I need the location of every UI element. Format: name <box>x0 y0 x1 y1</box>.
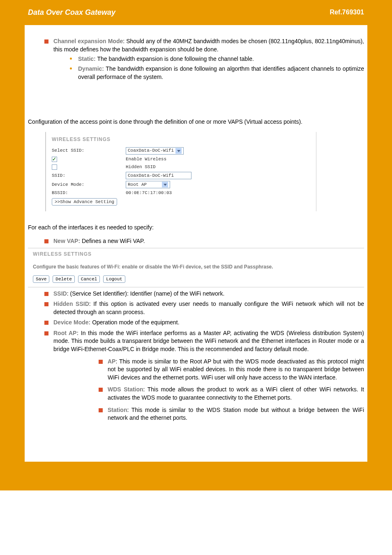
device-mode-field-label: Device Mode: <box>52 182 126 188</box>
item-new-vap: New VAP: Defines a new WiFi VAP. <box>44 237 364 245</box>
ssid-def-label: SSID <box>53 290 67 297</box>
device-mode-def-text: Operation mode of the equipment. <box>90 319 179 326</box>
dynamic-label: Dynamic: <box>78 65 104 72</box>
hidden-ssid-def-label: Hidden SSID <box>53 301 89 307</box>
device-mode-def-label: Device Mode: <box>53 319 90 326</box>
item-ssid-def: SSID: (Service Set Identifier): Identifi… <box>44 290 364 298</box>
ap-def-text: : This mode is similar to the Root AP bu… <box>108 358 364 381</box>
bssid-field-label: BSSID: <box>52 190 126 196</box>
item-station-def: Station: This mode is similar to the WDS… <box>99 406 364 422</box>
panel1-title: WIRELESS SETTINGS <box>52 136 310 143</box>
logout-button[interactable]: Logout <box>103 275 125 283</box>
page-accent <box>367 128 392 135</box>
delete-button[interactable]: Delete <box>53 275 75 283</box>
header-ref: Ref.769301 <box>330 8 364 17</box>
hidden-ssid-label: Hidden SSID <box>126 164 156 170</box>
device-mode-value: Root AP <box>128 182 147 188</box>
select-ssid-value: CoaxData-DoC-Wifi <box>128 148 174 154</box>
item-dynamic: Dynamic: The bandwidth expansion is done… <box>70 65 364 81</box>
static-text: The bandwidth expansion is done followin… <box>96 56 254 62</box>
hidden-ssid-checkbox[interactable] <box>52 164 57 170</box>
item-static: Static: The bandwidth expansion is done … <box>70 55 364 63</box>
new-vap-label: New VAP: <box>53 238 80 244</box>
panel2-desc: Configure the basic features of Wi-Fi: e… <box>33 264 359 271</box>
new-vap-text: Defines a new WiFi VAP. <box>80 238 145 244</box>
wireless-settings-panel-1: WIRELESS SETTINGS Select SSID: CoaxData-… <box>45 132 316 211</box>
interfaces-paragraph: For each of the interfaces it es needed … <box>28 224 364 232</box>
save-button[interactable]: Save <box>33 275 49 283</box>
channel-expansion-label: Channel expansion Mode <box>53 38 123 44</box>
station-def-text: : This mode is similar to the WDS Statio… <box>108 407 364 421</box>
static-label: Static: <box>78 56 96 62</box>
enable-wireless-label: Enable Wireless <box>126 156 166 162</box>
chevron-down-icon <box>162 182 168 187</box>
item-root-ap-def: Root AP: In this mode the WiFi interface… <box>44 329 364 422</box>
item-hidden-ssid-def: Hidden SSID: If this option is activated… <box>44 300 364 316</box>
hidden-ssid-def-text: : If this option is activated every user… <box>53 301 364 315</box>
ssid-input[interactable]: CoaxData-DoC-Wifi <box>126 172 191 179</box>
ap-def-label: AP <box>108 358 115 365</box>
device-mode-dropdown[interactable]: Root AP <box>126 181 170 188</box>
item-wds-def: WDS Station: This mode allows the produc… <box>99 386 364 402</box>
root-ap-def-text: In this mode the WiFi interface performs… <box>53 330 364 352</box>
wireless-settings-panel-2: WIRELESS SETTINGS Configure the basic fe… <box>28 248 364 287</box>
item-channel-expansion: Channel expansion Mode: Should any of th… <box>44 37 364 81</box>
header-bar: Data Over Coax Gateway Ref.769301 <box>0 0 392 25</box>
select-ssid-label: Select SSID: <box>52 148 126 154</box>
show-advance-button[interactable]: >>Show Advance Setting <box>52 198 117 206</box>
chevron-down-icon <box>175 148 182 154</box>
wds-def-text: : This mode allows the product to work a… <box>108 386 364 401</box>
header-title: Data Over Coax Gateway <box>28 7 115 18</box>
item-ap-def: AP: This mode is similar to the Root AP … <box>99 358 364 382</box>
item-device-mode-def: Device Mode: Operation mode of the equip… <box>44 319 364 327</box>
ssid-def-text: : (Service Set Identifier): Identifier (… <box>67 290 225 297</box>
cancel-button[interactable]: Cancel <box>78 275 100 283</box>
panel2-title: WIRELESS SETTINGS <box>33 251 359 258</box>
root-ap-def-label: Root AP: <box>53 330 78 336</box>
enable-wireless-checkbox[interactable] <box>52 157 57 162</box>
dynamic-text: The bandwidth expansion is done followin… <box>78 65 364 80</box>
vaps-paragraph: Configuration of the access point is don… <box>28 118 364 126</box>
ssid-field-label: SSID: <box>52 173 126 179</box>
wds-def-label: WDS Station <box>108 386 143 393</box>
station-def-label: Station <box>108 407 127 413</box>
select-ssid-dropdown[interactable]: CoaxData-DoC-Wifi <box>126 147 184 155</box>
bssid-value: 00:0E:7C:17:00:03 <box>126 190 172 196</box>
